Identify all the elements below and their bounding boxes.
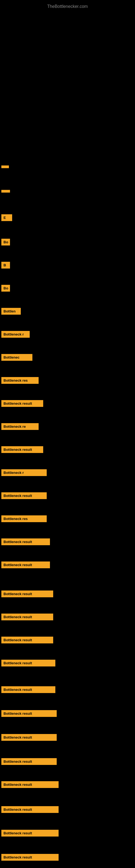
bottleneck-label-27: Bottleneck result: [3, 782, 32, 786]
bottleneck-label-30: Bottleneck result: [3, 855, 32, 859]
bottleneck-item-7: Bottlen: [1, 308, 21, 315]
bottleneck-label-4: Bo: [3, 240, 8, 244]
bottleneck-item-21: Bottleneck result: [1, 637, 53, 643]
bottleneck-label-23: Bottleneck result: [3, 688, 32, 692]
bottleneck-item-14: Bottleneck r: [1, 469, 47, 476]
bottleneck-label-24: Bottleneck result: [3, 712, 32, 716]
bottleneck-item-26: Bottleneck result: [1, 758, 57, 765]
bottleneck-label-10: Bottleneck res: [3, 378, 28, 382]
bottleneck-item-28: Bottleneck result: [1, 806, 58, 813]
bottleneck-item-2: [1, 190, 10, 193]
bottleneck-label-16: Bottleneck res: [3, 517, 28, 521]
bottleneck-label-3: E: [3, 216, 6, 220]
bottleneck-item-29: Bottleneck result: [1, 830, 58, 837]
bottleneck-label-12: Bottleneck re: [3, 425, 26, 429]
bottleneck-label-19: Bottleneck result: [3, 592, 32, 596]
bottleneck-label-14: Bottleneck r: [3, 471, 24, 475]
site-title: TheBottlenecker.com: [0, 1, 135, 12]
bottleneck-item-17: Bottleneck result: [1, 538, 50, 545]
bottleneck-item-3: E: [1, 214, 12, 221]
bottleneck-item-24: Bottleneck result: [1, 710, 57, 717]
bottleneck-label-26: Bottleneck result: [3, 760, 32, 764]
bottleneck-label-17: Bottleneck result: [3, 540, 32, 544]
bottleneck-item-6: Bo: [1, 285, 10, 291]
bottleneck-label-11: Bottleneck result: [3, 401, 32, 405]
bottleneck-label-8: Bottleneck r: [3, 332, 24, 336]
bottleneck-item-4: Bo: [1, 239, 10, 246]
bottleneck-item-23: Bottleneck result: [1, 686, 55, 693]
bottleneck-item-19: Bottleneck result: [1, 590, 53, 597]
bottleneck-label-25: Bottleneck result: [3, 735, 32, 739]
bottleneck-label-13: Bottleneck result: [3, 447, 32, 452]
bottleneck-item-25: Bottleneck result: [1, 734, 57, 741]
bottleneck-item-12: Bottleneck re: [1, 423, 39, 430]
bottleneck-label-22: Bottleneck result: [3, 661, 32, 665]
bottleneck-item-11: Bottleneck result: [1, 400, 43, 407]
bottleneck-item-20: Bottleneck result: [1, 614, 53, 620]
bottleneck-label-7: Bottlen: [3, 309, 16, 313]
bottleneck-item-15: Bottleneck result: [1, 492, 47, 499]
bottleneck-item-22: Bottleneck result: [1, 660, 55, 666]
bottleneck-label-28: Bottleneck result: [3, 807, 32, 812]
bottleneck-item-18: Bottleneck result: [1, 561, 50, 568]
bottleneck-item-13: Bottleneck result: [1, 446, 43, 453]
bottleneck-item-30: Bottleneck result: [1, 854, 58, 861]
bottleneck-label-18: Bottleneck result: [3, 563, 32, 567]
bottleneck-label-5: B: [3, 263, 6, 267]
bottleneck-label-21: Bottleneck result: [3, 638, 32, 642]
bottleneck-label-15: Bottleneck result: [3, 494, 32, 498]
bottleneck-label-6: Bo: [3, 286, 8, 290]
bottleneck-item-8: Bottleneck r: [1, 331, 30, 338]
bottleneck-item-9: Bottlenec: [1, 354, 32, 361]
bottleneck-item-10: Bottleneck res: [1, 377, 39, 384]
bottleneck-item-27: Bottleneck result: [1, 781, 58, 788]
bottleneck-label-9: Bottlenec: [3, 355, 19, 360]
bottleneck-item-5: B: [1, 262, 10, 269]
bottleneck-item-1: [1, 165, 9, 168]
bottleneck-item-16: Bottleneck res: [1, 516, 47, 522]
bottleneck-label-20: Bottleneck result: [3, 615, 32, 619]
bottleneck-label-29: Bottleneck result: [3, 831, 32, 835]
